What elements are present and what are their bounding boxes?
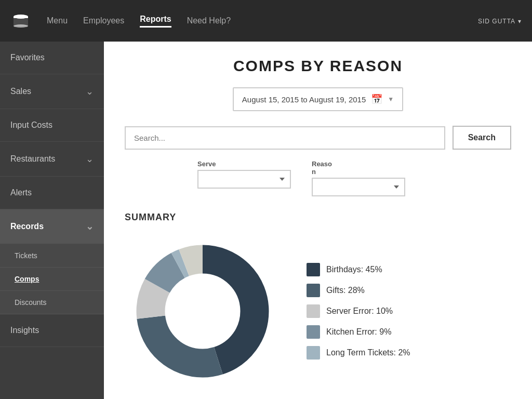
date-range-button[interactable]: August 15, 2015 to August 19, 2015 📅 ▼ [233,87,403,111]
nav-employees[interactable]: Employees [83,16,124,25]
sidebar-item-label: Input Costs [10,121,52,130]
svg-point-10 [166,275,239,348]
sidebar-item-alerts[interactable]: Alerts [0,177,104,209]
summary-section: SUMMARY [125,212,511,389]
nav-reports[interactable]: Reports [140,15,171,28]
sidebar-sub-item-label: Discounts [15,298,46,307]
nav-menu[interactable]: Menu [47,16,68,25]
chevron-down-icon: ⌄ [86,86,94,97]
filter-row: Serve Reason [125,160,511,196]
sidebar-sub-item-tickets[interactable]: Tickets [0,244,104,268]
sidebar-item-sales[interactable]: Sales ⌄ [0,74,104,109]
content-area: COMPS BY REASON August 15, 2015 to Augus… [104,42,532,399]
search-row: Search [125,126,511,150]
top-nav: Menu Employees Reports Need Help? SID GU… [0,0,532,42]
reason-filter-select[interactable] [312,178,405,196]
serve-filter-group: Serve [197,160,291,196]
legend-item-servererror: Server Error: 10% [307,304,410,318]
legend-swatch [307,263,320,276]
legend-swatch [307,346,320,360]
sidebar-item-label: Records [10,222,44,231]
sidebar-sub-item-discounts[interactable]: Discounts [0,291,104,314]
legend-label: Long Term Tickets: 2% [326,348,410,357]
legend-swatch [307,304,320,318]
nav-links: Menu Employees Reports Need Help? [47,15,478,28]
donut-chart [125,233,281,389]
sidebar-item-records[interactable]: Records ⌄ [0,209,104,244]
reason-filter-group: Reason [312,160,405,196]
legend-label: Gifts: 28% [326,286,365,295]
sidebar-sub-item-label: Comps [15,275,39,283]
chart-legend-row: Birthdays: 45% Gifts: 28% Server Error: … [125,233,511,389]
chart-legend: Birthdays: 45% Gifts: 28% Server Error: … [307,263,410,360]
legend-item-longtermtickets: Long Term Tickets: 2% [307,346,410,360]
legend-label: Kitchen Error: 9% [326,327,391,337]
svg-rect-3 [14,19,28,26]
calendar-icon: 📅 [371,94,382,105]
sidebar-item-label: Restaurants [10,154,55,164]
legend-item-kitchenerror: Kitchen Error: 9% [307,325,410,339]
sidebar-item-restaurants[interactable]: Restaurants ⌄ [0,142,104,177]
sidebar-item-inputcosts[interactable]: Input Costs [0,109,104,142]
sidebar-sub-item-comps[interactable]: Comps [0,268,104,291]
legend-item-birthdays: Birthdays: 45% [307,263,410,276]
legend-item-gifts: Gifts: 28% [307,284,410,297]
legend-label: Birthdays: 45% [326,265,382,274]
sidebar-sub-item-label: Tickets [15,251,37,260]
sidebar-item-insights[interactable]: Insights [0,314,104,347]
reason-filter-label: Reason [312,160,405,176]
serve-filter-select[interactable] [197,170,291,189]
legend-swatch [307,284,320,297]
dropdown-arrow-icon: ▼ [388,96,394,103]
legend-label: Server Error: 10% [326,307,393,316]
chevron-down-icon: ⌄ [86,221,94,232]
logo-icon [10,10,31,31]
sidebar-item-label: Insights [10,326,39,335]
search-button[interactable]: Search [453,126,511,150]
summary-title: SUMMARY [125,212,511,223]
nav-help[interactable]: Need Help? [187,16,231,25]
sidebar-item-label: Alerts [10,188,32,197]
svg-rect-1 [14,17,28,18]
date-range-text: August 15, 2015 to August 19, 2015 [242,95,366,104]
sidebar-item-label: Sales [10,87,31,96]
sidebar-item-favorites[interactable]: Favorites [0,42,104,74]
sidebar: Favorites Sales ⌄ Input Costs Restaurant… [0,42,104,399]
date-filter-row: August 15, 2015 to August 19, 2015 📅 ▼ [125,87,511,111]
serve-filter-label: Serve [197,160,291,168]
main-layout: Favorites Sales ⌄ Input Costs Restaurant… [0,42,532,399]
page-title: COMPS BY REASON [125,57,511,75]
search-input[interactable] [125,126,445,150]
chevron-down-icon: ⌄ [86,153,94,165]
user-menu[interactable]: SID GUTTA ▾ [478,17,522,25]
legend-swatch [307,325,320,339]
sidebar-item-label: Favorites [10,53,45,62]
